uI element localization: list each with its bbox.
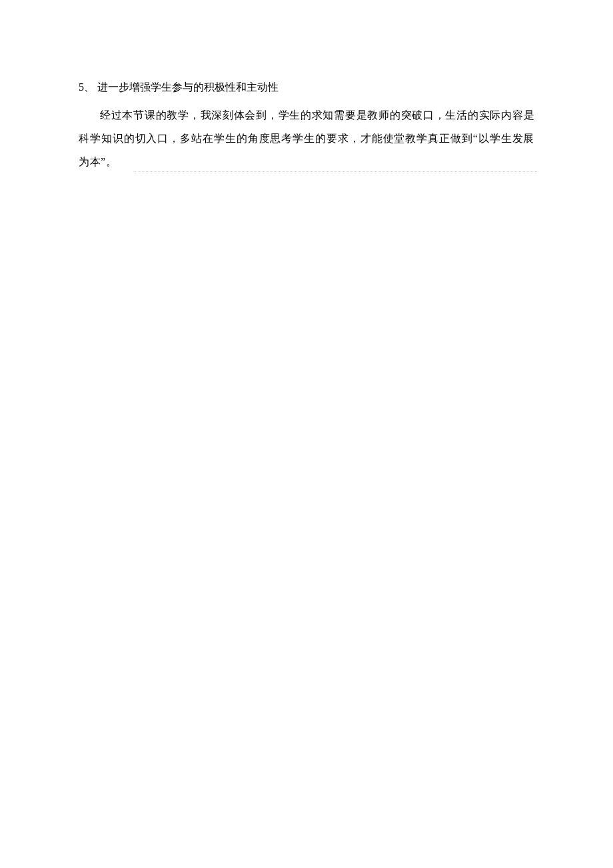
item-text: 进一步增强学生参与的积极性和主动性 [97,81,279,93]
item-number: 5、 [79,81,95,93]
divider-line [133,171,538,172]
body-paragraph: 经过本节课的教学，我深刻体会到，学生的求知需要是教师的突破口，生活的实际内容是科… [79,103,534,174]
document-page: 5、进一步增强学生参与的积极性和主动性 经过本节课的教学，我深刻体会到，学生的求… [0,0,613,174]
numbered-list-item: 5、进一步增强学生参与的积极性和主动性 [79,77,534,98]
